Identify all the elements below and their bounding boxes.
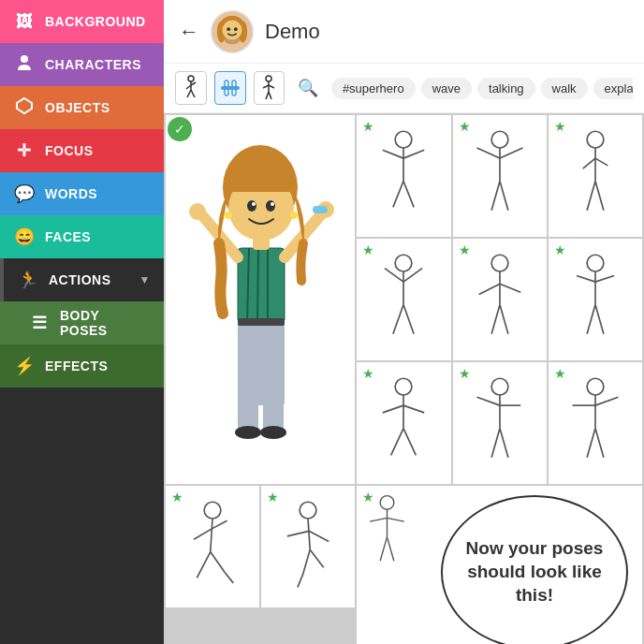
pose-cell-2-4[interactable]: ★	[453, 239, 547, 360]
svg-rect-37	[238, 318, 285, 326]
tag-talking[interactable]: talking	[477, 78, 535, 99]
svg-rect-26	[238, 248, 285, 323]
star-icon: ★	[554, 242, 566, 257]
svg-line-82	[577, 275, 595, 282]
back-button[interactable]: ←	[179, 20, 199, 44]
sidebar-item-effects[interactable]: ⚡ EFFECTS	[0, 344, 164, 388]
effects-icon: ⚡	[13, 356, 36, 376]
svg-point-19	[266, 76, 271, 81]
svg-rect-16	[221, 86, 240, 90]
svg-line-51	[383, 150, 403, 158]
pose-button-walk[interactable]	[175, 71, 207, 105]
star-icon: ★	[362, 366, 374, 381]
sidebar: 🖼 BACKGROUND CHARACTERS OBJECTS ✛ FOCUS …	[0, 0, 164, 644]
background-icon: 🖼	[13, 12, 36, 32]
svg-point-43	[266, 200, 275, 212]
search-button[interactable]: 🔍	[292, 71, 324, 105]
sidebar-item-objects[interactable]: OBJECTS	[0, 86, 164, 129]
actions-icon: 🏃	[17, 270, 39, 290]
svg-line-58	[500, 148, 522, 158]
pose-cell-1-5[interactable]: ★	[549, 115, 642, 237]
svg-line-64	[583, 158, 595, 168]
pose-cell-2-3[interactable]: ★	[357, 239, 450, 360]
star-icon: ★	[459, 366, 471, 381]
svg-line-71	[393, 305, 403, 334]
svg-line-111	[308, 519, 310, 549]
pose-cell-4-2[interactable]: ★	[261, 486, 355, 607]
selected-checkmark: ✓	[168, 117, 192, 141]
svg-line-99	[595, 397, 618, 405]
svg-line-95	[491, 429, 500, 458]
svg-line-81	[595, 275, 614, 282]
svg-line-76	[478, 284, 499, 294]
speech-bubble-container: ★ Now your poses should look like this!	[357, 486, 642, 644]
sidebar-item-body-poses[interactable]: ☰ BODY POSES	[0, 301, 164, 344]
svg-point-97	[587, 378, 604, 395]
svg-point-117	[381, 496, 395, 510]
sidebar-item-characters[interactable]: CHARACTERS	[0, 43, 164, 86]
svg-line-88	[403, 405, 424, 413]
pose-cell-1-4[interactable]: ★	[453, 115, 547, 237]
sidebar-item-focus[interactable]: ✛ FOCUS	[0, 129, 164, 172]
star-icon: ★	[362, 119, 374, 134]
star-icon: ★	[171, 490, 183, 505]
star-icon: ★	[362, 242, 374, 257]
svg-point-85	[396, 378, 413, 395]
pose-cell-3-3[interactable]: ★	[357, 362, 450, 484]
main-panel: ← Demo	[164, 0, 644, 644]
sidebar-item-words[interactable]: 💬 WORDS	[0, 172, 164, 215]
tag-explain[interactable]: explain	[593, 78, 633, 99]
svg-line-75	[500, 284, 520, 292]
tag-wave[interactable]: wave	[421, 78, 472, 99]
svg-line-96	[500, 429, 508, 458]
pose-cell-3-5[interactable]: ★	[549, 362, 642, 484]
svg-point-10	[188, 76, 194, 81]
svg-line-119	[371, 518, 388, 521]
tag-walk[interactable]: walk	[541, 78, 588, 99]
svg-point-55	[491, 131, 508, 148]
svg-line-72	[403, 305, 414, 334]
svg-line-66	[595, 182, 604, 211]
svg-line-78	[500, 305, 508, 334]
toolbar: 🔍 #superhero wave talking walk explain	[164, 64, 644, 113]
svg-line-105	[194, 529, 212, 539]
svg-line-84	[595, 305, 604, 334]
svg-line-87	[383, 405, 403, 413]
svg-rect-35	[238, 365, 258, 431]
svg-line-101	[587, 429, 595, 458]
faces-icon: 😄	[13, 227, 36, 247]
svg-line-89	[391, 429, 403, 456]
svg-line-77	[491, 305, 500, 334]
svg-line-14	[187, 90, 191, 97]
pose-cell-2-5[interactable]: ★	[549, 239, 642, 360]
svg-line-114	[303, 549, 311, 575]
svg-point-38	[235, 426, 261, 439]
sidebar-item-actions[interactable]: 🏃 ACTIONS ▼	[0, 258, 164, 301]
tag-list: #superhero wave talking walk explain	[331, 78, 633, 99]
pose-cell-3-4[interactable]: ★	[453, 362, 547, 484]
pose-button-stand[interactable]	[254, 71, 285, 105]
svg-point-67	[396, 255, 413, 271]
tag-superhero[interactable]: #superhero	[331, 78, 416, 99]
svg-point-31	[189, 203, 206, 220]
svg-point-91	[491, 378, 508, 395]
svg-point-0	[21, 55, 28, 63]
svg-point-42	[247, 200, 256, 212]
pose-cell-1-3[interactable]: ★	[357, 115, 450, 237]
pose-cell-featured[interactable]: ✓	[166, 115, 355, 484]
svg-point-45	[271, 202, 274, 206]
svg-point-9	[234, 27, 238, 31]
svg-line-59	[491, 182, 500, 211]
sidebar-item-background[interactable]: 🖼 BACKGROUND	[0, 0, 164, 43]
svg-line-65	[587, 182, 595, 211]
svg-line-104	[211, 519, 212, 552]
svg-point-61	[587, 131, 604, 148]
pose-cell-4-1[interactable]: ★	[166, 486, 259, 607]
svg-line-102	[595, 429, 604, 458]
svg-line-122	[388, 537, 394, 562]
sidebar-item-faces[interactable]: 😄 FACES	[0, 215, 164, 258]
pose-button-split[interactable]	[214, 71, 246, 105]
svg-line-120	[388, 518, 404, 521]
svg-point-8	[227, 27, 230, 31]
star-icon: ★	[267, 490, 279, 505]
